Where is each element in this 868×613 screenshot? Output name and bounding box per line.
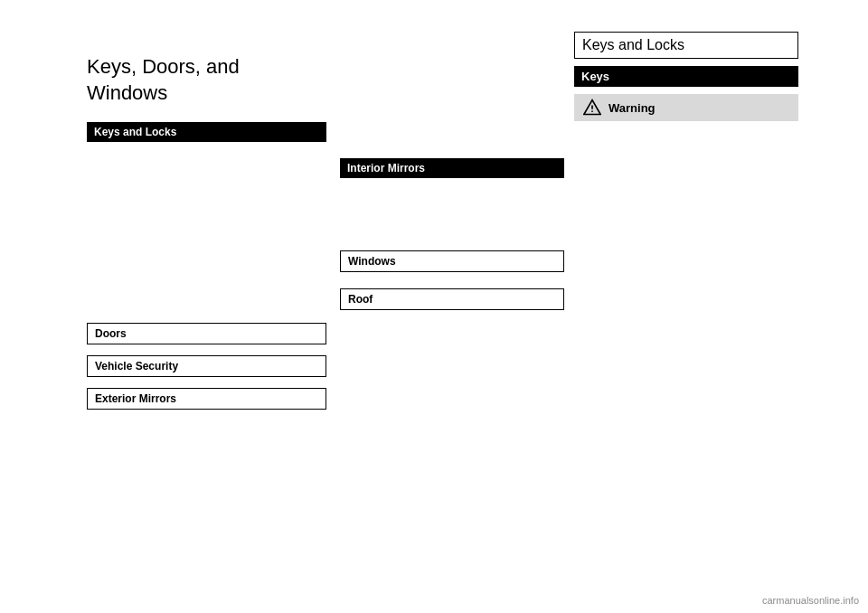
keys-and-locks-title: Keys and Locks bbox=[574, 32, 798, 59]
svg-point-1 bbox=[591, 110, 593, 112]
exterior-mirrors-header: Exterior Mirrors bbox=[87, 388, 326, 410]
warning-icon bbox=[583, 99, 601, 117]
warning-box: Warning bbox=[574, 94, 798, 121]
roof-header: Roof bbox=[340, 288, 564, 310]
column-3: Keys and Locks Keys Warning bbox=[574, 32, 798, 121]
interior-mirrors-section: Interior Mirrors bbox=[340, 158, 564, 178]
keys-label: Keys bbox=[574, 66, 798, 87]
interior-mirrors-header: Interior Mirrors bbox=[340, 158, 564, 178]
column-2: Interior Mirrors Windows Roof bbox=[340, 54, 564, 319]
exterior-mirrors-section: Exterior Mirrors bbox=[87, 388, 326, 410]
warning-text: Warning bbox=[609, 101, 656, 115]
windows-header: Windows bbox=[340, 250, 564, 272]
doors-header: Doors bbox=[87, 323, 326, 344]
doors-section: Doors bbox=[87, 323, 326, 344]
keys-and-locks-header: Keys and Locks bbox=[87, 122, 326, 142]
column-1: Keys, Doors, andWindows Keys and Locks D… bbox=[87, 54, 326, 419]
roof-section: Roof bbox=[340, 288, 564, 310]
windows-section: Windows bbox=[340, 250, 564, 272]
watermark: carmanualsonline.info bbox=[762, 595, 859, 606]
main-title: Keys, Doors, andWindows bbox=[87, 54, 326, 106]
vehicle-security-section: Vehicle Security bbox=[87, 355, 326, 377]
vehicle-security-header: Vehicle Security bbox=[87, 355, 326, 377]
page-container: Keys, Doors, andWindows Keys and Locks D… bbox=[0, 0, 868, 613]
